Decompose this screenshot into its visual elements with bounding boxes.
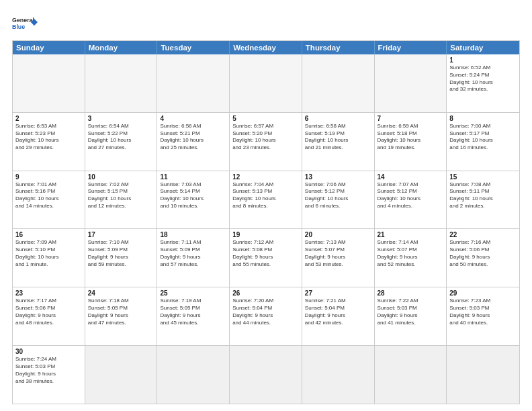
cell-text-19: Sunrise: 7:12 AM Sunset: 5:08 PM Dayligh…	[232, 239, 299, 268]
empty-cell-r0-c2	[157, 54, 230, 112]
date-number-19: 19	[232, 231, 299, 238]
date-cell-15: 15Sunrise: 7:08 AM Sunset: 5:11 PM Dayli…	[447, 171, 519, 229]
cell-text-10: Sunrise: 7:02 AM Sunset: 5:15 PM Dayligh…	[88, 181, 154, 210]
cell-text-14: Sunrise: 7:07 AM Sunset: 5:12 PM Dayligh…	[378, 181, 444, 210]
date-number-30: 30	[15, 348, 82, 355]
cell-text-20: Sunrise: 7:13 AM Sunset: 5:07 PM Dayligh…	[305, 239, 371, 268]
cell-text-27: Sunrise: 7:21 AM Sunset: 5:04 PM Dayligh…	[305, 298, 371, 326]
date-cell-6: 6Sunrise: 6:58 AM Sunset: 5:19 PM Daylig…	[302, 113, 375, 171]
svg-text:Blue: Blue	[12, 24, 25, 30]
empty-cell-r5-c5	[375, 346, 447, 404]
date-cell-27: 27Sunrise: 7:21 AM Sunset: 5:04 PM Dayli…	[302, 287, 375, 345]
header: General Blue	[12, 12, 520, 35]
date-number-4: 4	[160, 115, 226, 122]
date-number-16: 16	[15, 231, 82, 238]
date-number-21: 21	[378, 231, 444, 238]
cell-text-21: Sunrise: 7:14 AM Sunset: 5:07 PM Dayligh…	[378, 239, 444, 268]
cell-text-3: Sunrise: 6:54 AM Sunset: 5:22 PM Dayligh…	[88, 123, 154, 152]
date-cell-12: 12Sunrise: 7:04 AM Sunset: 5:13 PM Dayli…	[230, 171, 302, 229]
date-number-13: 13	[305, 173, 371, 181]
date-cell-23: 23Sunrise: 7:17 AM Sunset: 5:06 PM Dayli…	[13, 287, 85, 345]
date-cell-26: 26Sunrise: 7:20 AM Sunset: 5:04 PM Dayli…	[230, 287, 302, 345]
cell-text-30: Sunrise: 7:24 AM Sunset: 5:03 PM Dayligh…	[15, 356, 82, 385]
date-number-23: 23	[15, 289, 82, 297]
calendar-row-4: 23Sunrise: 7:17 AM Sunset: 5:06 PM Dayli…	[13, 287, 519, 345]
date-number-26: 26	[232, 289, 299, 297]
cell-text-2: Sunrise: 6:53 AM Sunset: 5:23 PM Dayligh…	[15, 123, 82, 152]
date-cell-4: 4Sunrise: 6:56 AM Sunset: 5:21 PM Daylig…	[157, 113, 230, 171]
calendar-body: 1Sunrise: 6:52 AM Sunset: 5:24 PM Daylig…	[13, 54, 519, 404]
date-cell-19: 19Sunrise: 7:12 AM Sunset: 5:08 PM Dayli…	[230, 229, 302, 287]
empty-cell-r5-c4	[302, 346, 375, 404]
cell-text-9: Sunrise: 7:01 AM Sunset: 5:16 PM Dayligh…	[15, 181, 82, 210]
date-cell-17: 17Sunrise: 7:10 AM Sunset: 5:09 PM Dayli…	[85, 229, 158, 287]
cell-text-8: Sunrise: 7:00 AM Sunset: 5:17 PM Dayligh…	[449, 123, 517, 152]
date-number-8: 8	[449, 115, 517, 122]
cell-text-26: Sunrise: 7:20 AM Sunset: 5:04 PM Dayligh…	[232, 298, 299, 326]
empty-cell-r0-c4	[302, 54, 375, 112]
date-number-1: 1	[449, 56, 517, 64]
empty-cell-r0-c3	[230, 54, 302, 112]
cell-text-28: Sunrise: 7:22 AM Sunset: 5:03 PM Dayligh…	[378, 298, 444, 326]
cell-text-16: Sunrise: 7:09 AM Sunset: 5:10 PM Dayligh…	[15, 239, 82, 268]
date-number-18: 18	[160, 231, 226, 238]
day-header-thursday: Thursday	[302, 41, 375, 54]
cell-text-5: Sunrise: 6:57 AM Sunset: 5:20 PM Dayligh…	[232, 123, 299, 152]
date-cell-7: 7Sunrise: 6:59 AM Sunset: 5:18 PM Daylig…	[375, 113, 447, 171]
date-cell-5: 5Sunrise: 6:57 AM Sunset: 5:20 PM Daylig…	[230, 113, 302, 171]
cell-text-7: Sunrise: 6:59 AM Sunset: 5:18 PM Dayligh…	[378, 123, 444, 152]
empty-cell-r0-c1	[85, 54, 158, 112]
empty-cell-r5-c2	[157, 346, 230, 404]
empty-cell-r5-c1	[85, 346, 158, 404]
date-cell-22: 22Sunrise: 7:16 AM Sunset: 5:06 PM Dayli…	[447, 229, 519, 287]
date-number-22: 22	[449, 231, 517, 238]
date-number-29: 29	[449, 289, 517, 297]
calendar-row-0: 1Sunrise: 6:52 AM Sunset: 5:24 PM Daylig…	[13, 54, 519, 112]
day-headers-row: SundayMondayTuesdayWednesdayThursdayFrid…	[13, 41, 519, 54]
date-number-24: 24	[88, 289, 154, 297]
date-cell-10: 10Sunrise: 7:02 AM Sunset: 5:15 PM Dayli…	[85, 171, 158, 229]
cell-text-12: Sunrise: 7:04 AM Sunset: 5:13 PM Dayligh…	[232, 181, 299, 210]
date-number-20: 20	[305, 231, 371, 238]
date-number-17: 17	[88, 231, 154, 238]
cell-text-13: Sunrise: 7:06 AM Sunset: 5:12 PM Dayligh…	[305, 181, 371, 210]
date-cell-18: 18Sunrise: 7:11 AM Sunset: 5:09 PM Dayli…	[157, 229, 230, 287]
date-cell-29: 29Sunrise: 7:23 AM Sunset: 5:03 PM Dayli…	[447, 287, 519, 345]
cell-text-6: Sunrise: 6:58 AM Sunset: 5:19 PM Dayligh…	[305, 123, 371, 152]
date-cell-16: 16Sunrise: 7:09 AM Sunset: 5:10 PM Dayli…	[13, 229, 85, 287]
cell-text-4: Sunrise: 6:56 AM Sunset: 5:21 PM Dayligh…	[160, 123, 226, 152]
date-number-25: 25	[160, 289, 226, 297]
date-cell-11: 11Sunrise: 7:03 AM Sunset: 5:14 PM Dayli…	[157, 171, 230, 229]
empty-cell-r5-c6	[447, 346, 519, 404]
date-cell-21: 21Sunrise: 7:14 AM Sunset: 5:07 PM Dayli…	[375, 229, 447, 287]
day-header-friday: Friday	[375, 41, 447, 54]
date-cell-28: 28Sunrise: 7:22 AM Sunset: 5:03 PM Dayli…	[375, 287, 447, 345]
date-number-14: 14	[378, 173, 444, 181]
logo: General Blue	[12, 12, 38, 35]
calendar: SundayMondayTuesdayWednesdayThursdayFrid…	[12, 40, 520, 404]
cell-text-24: Sunrise: 7:18 AM Sunset: 5:05 PM Dayligh…	[88, 298, 154, 326]
date-number-2: 2	[15, 115, 82, 122]
date-number-5: 5	[232, 115, 299, 122]
date-cell-20: 20Sunrise: 7:13 AM Sunset: 5:07 PM Dayli…	[302, 229, 375, 287]
cell-text-17: Sunrise: 7:10 AM Sunset: 5:09 PM Dayligh…	[88, 239, 154, 268]
day-header-saturday: Saturday	[447, 41, 519, 54]
date-number-3: 3	[88, 115, 154, 122]
cell-text-29: Sunrise: 7:23 AM Sunset: 5:03 PM Dayligh…	[449, 298, 517, 326]
date-cell-25: 25Sunrise: 7:19 AM Sunset: 5:05 PM Dayli…	[157, 287, 230, 345]
date-number-27: 27	[305, 289, 371, 297]
date-number-9: 9	[15, 173, 82, 181]
cell-text-1: Sunrise: 6:52 AM Sunset: 5:24 PM Dayligh…	[449, 64, 517, 93]
date-number-10: 10	[88, 173, 154, 181]
calendar-row-2: 9Sunrise: 7:01 AM Sunset: 5:16 PM Daylig…	[13, 171, 519, 229]
calendar-row-5: 30Sunrise: 7:24 AM Sunset: 5:03 PM Dayli…	[13, 345, 519, 404]
date-cell-3: 3Sunrise: 6:54 AM Sunset: 5:22 PM Daylig…	[85, 113, 158, 171]
day-header-sunday: Sunday	[13, 41, 85, 54]
date-cell-1: 1Sunrise: 6:52 AM Sunset: 5:24 PM Daylig…	[447, 54, 519, 112]
day-header-wednesday: Wednesday	[230, 41, 302, 54]
empty-cell-r5-c3	[230, 346, 302, 404]
generalblue-logo-icon: General Blue	[12, 12, 38, 35]
date-number-15: 15	[449, 173, 517, 181]
day-header-tuesday: Tuesday	[157, 41, 230, 54]
cell-text-18: Sunrise: 7:11 AM Sunset: 5:09 PM Dayligh…	[160, 239, 226, 268]
